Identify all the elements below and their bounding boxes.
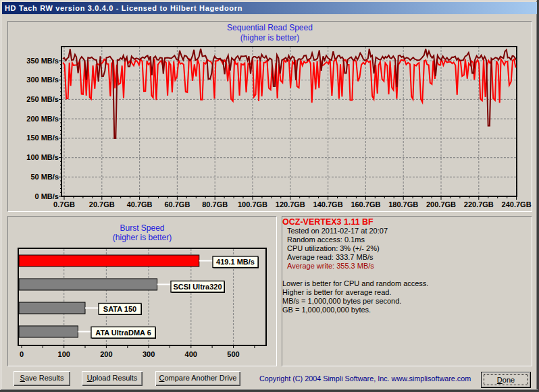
svg-text:40.7GB: 40.7GB [127,200,153,208]
svg-text:300 MB/s: 300 MB/s [26,76,59,84]
svg-text:200 MB/s: 200 MB/s [26,115,59,123]
svg-text:100 MB/s: 100 MB/s [26,153,59,161]
svg-text:0 MB/s: 0 MB/s [35,192,59,200]
svg-text:419.1 MB/s: 419.1 MB/s [216,258,255,266]
svg-text:100: 100 [58,350,70,358]
svg-text:300: 300 [143,350,155,358]
svg-text:ATA UltraDMA 6: ATA UltraDMA 6 [95,329,151,337]
svg-text:0: 0 [20,350,24,358]
svg-text:140.7GB: 140.7GB [313,200,343,208]
svg-text:350 MB/s: 350 MB/s [26,57,59,65]
svg-text:SCSI Ultra320: SCSI Ultra320 [173,283,222,291]
svg-text:400: 400 [185,350,197,358]
svg-text:160.7GB: 160.7GB [351,200,380,208]
svg-text:180.7GB: 180.7GB [388,200,418,208]
svg-text:250 MB/s: 250 MB/s [26,95,59,103]
svg-text:80.7GB: 80.7GB [202,200,228,208]
svg-text:200: 200 [100,350,112,358]
svg-text:500: 500 [227,350,239,358]
svg-text:50 MB/s: 50 MB/s [30,173,59,181]
svg-text:100.7GB: 100.7GB [238,200,267,208]
svg-text:150 MB/s: 150 MB/s [26,134,59,142]
svg-text:240.7GB: 240.7GB [502,200,532,208]
svg-text:60.7GB: 60.7GB [164,200,190,208]
svg-text:20.7GB: 20.7GB [89,200,115,208]
svg-text:200.7GB: 200.7GB [426,200,456,208]
svg-text:220.7GB: 220.7GB [464,200,494,208]
svg-text:SATA 150: SATA 150 [103,305,136,313]
svg-text:120.7GB: 120.7GB [276,200,305,208]
svg-text:0.7GB: 0.7GB [53,200,75,208]
